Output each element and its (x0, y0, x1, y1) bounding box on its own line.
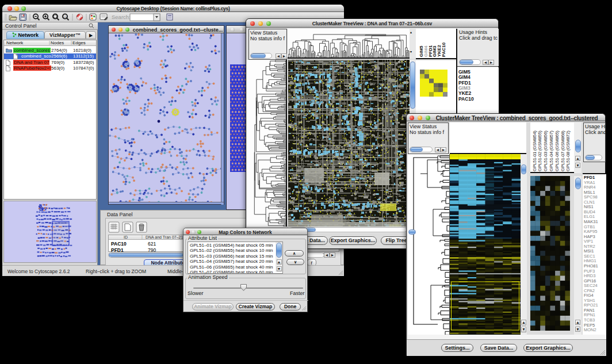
svg-text:1:1: 1:1 (63, 16, 67, 18)
svg-text:Search:: Search: (112, 14, 131, 20)
